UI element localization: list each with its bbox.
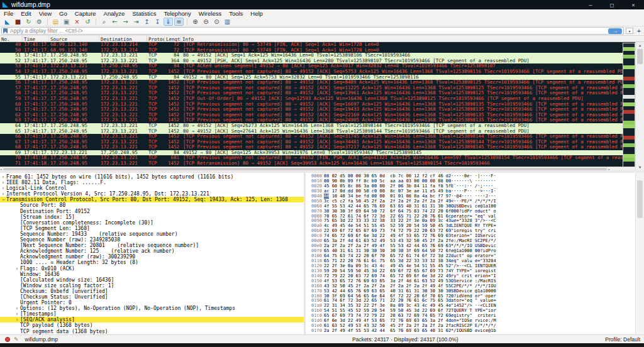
packet-row[interactable]: 6517:41:17.…17.250.248.95172.23.13.221TC… (0, 129, 644, 135)
zoom-100-icon[interactable]: ⊙ (212, 18, 221, 26)
display-filter-input[interactable]: Apply a display filter ... <Ctrl-/> → (1, 27, 624, 35)
packet-list-header[interactable]: No.TimeSourceDestinationProtocolLengthIn… (0, 35, 644, 42)
expander-icon[interactable]: › (14, 317, 20, 322)
detail-line[interactable]: Destination Port: 49152 (0, 209, 304, 214)
go-first-icon[interactable]: ↥ (142, 18, 152, 26)
stop-capture-icon[interactable]: ■ (13, 18, 23, 26)
detail-line[interactable]: Urgent Pointer: 0 (0, 300, 304, 306)
detail-line[interactable]: TCP segment data (1368 bytes) (0, 329, 304, 334)
bookmark-icon[interactable] (3, 28, 8, 34)
reload-icon[interactable]: ↺ (83, 18, 92, 26)
expander-icon[interactable]: › (14, 266, 20, 272)
expander-icon[interactable]: › (14, 311, 20, 317)
packet-row[interactable]: 4917:41:17.…68.99.123.140172.23.13.214TC… (0, 42, 644, 48)
detail-line[interactable]: ›Logical-Link Control (0, 185, 304, 191)
packet-row[interactable]: 5517:41:17.…172.23.13.22117.250.248.95TC… (0, 75, 644, 80)
status-profile[interactable]: Profile: Default (605, 336, 644, 343)
menu-telephony[interactable]: Telephony (160, 10, 194, 17)
zoom-out-icon[interactable]: ⊖ (201, 18, 211, 26)
minimize-button[interactable]: – (580, 0, 601, 9)
detail-line[interactable]: ›Options: (12 bytes), No-Operation (NOP)… (0, 306, 304, 311)
scroll-up-arrow-icon[interactable]: ▲ (636, 42, 644, 48)
bytes-scrollbar-thumb[interactable] (637, 180, 643, 218)
packet-row[interactable]: 6117:41:17.…17.250.248.95172.23.13.221TC… (0, 107, 644, 113)
detail-line[interactable]: Source Port: 80 (0, 202, 304, 208)
packet-row[interactable]: 5717:41:17.…17.250.248.95172.23.13.221TC… (0, 85, 644, 91)
packet-list-scrollbar[interactable]: ▲ ▼ (635, 42, 644, 170)
close-file-icon[interactable]: × (72, 18, 82, 26)
filter-expression-dropdown[interactable]: ▾ (626, 28, 633, 34)
open-file-icon[interactable]: ▤ (51, 18, 60, 26)
add-filter-button[interactable]: + (635, 27, 643, 35)
packet-row[interactable]: 5417:41:17.…17.250.248.95172.23.13.221TC… (0, 69, 644, 75)
go-last-icon[interactable]: ↧ (153, 18, 162, 26)
expander-icon[interactable]: › (0, 185, 6, 191)
packet-row[interactable]: 5917:41:17.…17.250.248.95172.23.13.221TC… (0, 96, 644, 102)
menu-edit[interactable]: Edit (17, 10, 35, 17)
expander-icon[interactable]: › (0, 180, 6, 185)
detail-line[interactable]: [Window size scaling factor: 1] (0, 283, 304, 289)
intelligent-scrollbar-minimap[interactable] (623, 43, 635, 170)
menu-capture[interactable]: Capture (71, 10, 100, 17)
save-file-icon[interactable]: ▣ (62, 18, 71, 26)
packet-row[interactable]: 7017:41:18.…17.250.248.95172.23.13.221TC… (0, 155, 644, 161)
detail-line[interactable]: Window: 16436 (0, 272, 304, 277)
expert-info-icon[interactable] (5, 337, 10, 342)
detail-line[interactable]: Acknowledgment number (raw): 300239290 (0, 254, 304, 260)
bytes-pane-scrollbar[interactable] (635, 173, 644, 334)
go-back-icon[interactable]: ← (110, 18, 119, 26)
packet-row[interactable]: 6017:41:17.…17.250.248.95172.23.13.221TC… (0, 102, 644, 107)
packet-row[interactable]: 6617:41:17.…17.250.248.95172.23.13.221TC… (0, 134, 644, 140)
auto-scroll-icon[interactable]: ⇓ (164, 18, 173, 26)
packet-row[interactable]: 5017:41:17.…68.99.123.140172.23.13.214TC… (0, 48, 644, 53)
detail-line[interactable]: ›Internet Protocol Version 4, Src: 17.25… (0, 191, 304, 197)
detail-line[interactable]: ›Flags: 0x010 (ACK) (0, 266, 304, 272)
hscrollbar-thumb[interactable] (3, 168, 607, 170)
packet-row[interactable]: 6917:41:17.…172.23.13.22117.250.248.95TC… (0, 150, 644, 156)
menu-statistics[interactable]: Statistics (128, 10, 160, 17)
hex-row[interactable]: 01f02a 2f 49 4f 55 53 42 44 65 76 69 63 … (308, 329, 635, 334)
column-header-info[interactable]: Info (181, 36, 644, 41)
menu-analyze[interactable]: Analyze (100, 10, 129, 17)
detail-line[interactable]: ›Transmission Control Protocol, Src Port… (0, 197, 304, 202)
detail-line[interactable]: TCP payload (1368 bytes) (0, 322, 304, 328)
capture-options-icon[interactable]: ⚙ (35, 18, 44, 26)
menu-help[interactable]: Help (247, 10, 267, 17)
detail-line[interactable]: [Stream index: 15] (0, 214, 304, 220)
expander-icon[interactable]: › (0, 174, 6, 180)
go-forward-icon[interactable]: → (121, 18, 130, 26)
menu-tools[interactable]: Tools (225, 10, 247, 17)
restart-capture-icon[interactable]: ↻ (24, 18, 33, 26)
menu-view[interactable]: View (35, 10, 55, 17)
detail-line[interactable]: ›Frame 61: 1452 bytes on wire (11616 bit… (0, 174, 304, 180)
expander-icon[interactable]: › (0, 197, 6, 203)
packet-row[interactable]: 7117:41:18.…17.250.248.95172.23.13.221TC… (0, 161, 644, 167)
column-header-length[interactable]: Length (165, 36, 181, 41)
detail-line[interactable]: 1000 .... = Header Length: 32 bytes (8) (0, 260, 304, 265)
packet-row[interactable]: 5217:41:17.…17.250.248.95172.23.13.221TC… (0, 58, 644, 64)
detail-line[interactable]: [Calculated window size: 16436] (0, 277, 304, 283)
colorize-icon[interactable]: ≡ (174, 18, 184, 26)
detail-line[interactable]: [TCP Segment Len: 1368] (0, 226, 304, 231)
detail-line[interactable]: [Next Sequence Number: 20801 (relative s… (0, 243, 304, 248)
apply-filter-button[interactable]: → (608, 28, 622, 34)
packet-row[interactable]: 6717:41:17.…17.250.248.95172.23.13.221TC… (0, 140, 644, 145)
packet-row[interactable]: 6817:41:17.…17.250.248.95172.23.13.221TC… (0, 145, 644, 150)
detail-line[interactable]: ›[Timestamps] (0, 311, 304, 317)
capture-comment-icon[interactable]: ✎ (14, 336, 19, 343)
packet-row[interactable]: 5617:41:17.…17.250.248.95172.23.13.221TC… (0, 80, 644, 85)
packet-row[interactable]: 5317:41:17.…172.23.13.22117.250.248.95TC… (0, 63, 644, 69)
menu-wireless[interactable]: Wireless (195, 10, 225, 17)
zoom-in-icon[interactable]: ⊕ (191, 18, 200, 26)
detail-line[interactable]: ›IEEE 802.11 Data, Flags: ......F. (0, 180, 304, 185)
detail-line[interactable]: [Conversation completeness: Incomplete (… (0, 220, 304, 226)
detail-line[interactable]: Sequence Number: 19433 (relative sequenc… (0, 231, 304, 237)
expander-icon[interactable]: › (14, 306, 20, 311)
resize-columns-icon[interactable]: ▥ (223, 18, 232, 26)
go-to-packet-icon[interactable]: ⇥ (131, 18, 141, 26)
detail-line[interactable]: Checksum: 0xbefd [unverified] (0, 289, 304, 294)
start-capture-icon[interactable]: ◣ (3, 18, 12, 26)
column-header-time[interactable]: Time (23, 36, 49, 41)
packet-row[interactable]: 5817:41:17.…17.250.248.95172.23.13.221TC… (0, 91, 644, 96)
close-button[interactable]: × (623, 0, 644, 9)
